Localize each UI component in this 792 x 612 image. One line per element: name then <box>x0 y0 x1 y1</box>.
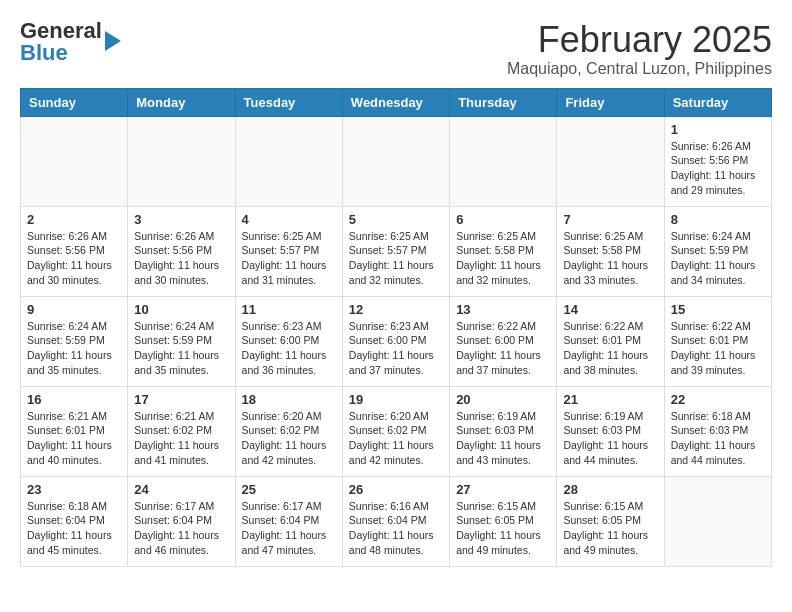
page-header: General Blue February 2025 Maquiapo, Cen… <box>20 20 772 78</box>
day-number: 8 <box>671 212 765 227</box>
day-number: 26 <box>349 482 443 497</box>
day-info: Sunrise: 6:21 AM Sunset: 6:01 PM Dayligh… <box>27 409 121 468</box>
day-number: 12 <box>349 302 443 317</box>
day-info: Sunrise: 6:22 AM Sunset: 6:01 PM Dayligh… <box>671 319 765 378</box>
title-block: February 2025 Maquiapo, Central Luzon, P… <box>507 20 772 78</box>
calendar-day-cell: 21Sunrise: 6:19 AM Sunset: 6:03 PM Dayli… <box>557 386 664 476</box>
day-number: 15 <box>671 302 765 317</box>
calendar-day-cell: 11Sunrise: 6:23 AM Sunset: 6:00 PM Dayli… <box>235 296 342 386</box>
day-info: Sunrise: 6:21 AM Sunset: 6:02 PM Dayligh… <box>134 409 228 468</box>
calendar-day-cell: 13Sunrise: 6:22 AM Sunset: 6:00 PM Dayli… <box>450 296 557 386</box>
calendar-day-cell: 14Sunrise: 6:22 AM Sunset: 6:01 PM Dayli… <box>557 296 664 386</box>
calendar-day-cell: 4Sunrise: 6:25 AM Sunset: 5:57 PM Daylig… <box>235 206 342 296</box>
day-info: Sunrise: 6:23 AM Sunset: 6:00 PM Dayligh… <box>349 319 443 378</box>
logo-arrow-icon <box>105 31 121 51</box>
day-info: Sunrise: 6:25 AM Sunset: 5:57 PM Dayligh… <box>242 229 336 288</box>
day-info: Sunrise: 6:16 AM Sunset: 6:04 PM Dayligh… <box>349 499 443 558</box>
day-number: 19 <box>349 392 443 407</box>
calendar-week-row: 23Sunrise: 6:18 AM Sunset: 6:04 PM Dayli… <box>21 476 772 566</box>
day-number: 28 <box>563 482 657 497</box>
day-number: 4 <box>242 212 336 227</box>
calendar-week-row: 9Sunrise: 6:24 AM Sunset: 5:59 PM Daylig… <box>21 296 772 386</box>
day-info: Sunrise: 6:17 AM Sunset: 6:04 PM Dayligh… <box>242 499 336 558</box>
calendar-day-cell: 1Sunrise: 6:26 AM Sunset: 5:56 PM Daylig… <box>664 116 771 206</box>
day-number: 5 <box>349 212 443 227</box>
day-number: 27 <box>456 482 550 497</box>
calendar-day-cell: 6Sunrise: 6:25 AM Sunset: 5:58 PM Daylig… <box>450 206 557 296</box>
day-number: 7 <box>563 212 657 227</box>
day-info: Sunrise: 6:17 AM Sunset: 6:04 PM Dayligh… <box>134 499 228 558</box>
day-info: Sunrise: 6:22 AM Sunset: 6:00 PM Dayligh… <box>456 319 550 378</box>
calendar-week-row: 1Sunrise: 6:26 AM Sunset: 5:56 PM Daylig… <box>21 116 772 206</box>
calendar-day-cell: 26Sunrise: 6:16 AM Sunset: 6:04 PM Dayli… <box>342 476 449 566</box>
weekday-header: Sunday <box>21 88 128 116</box>
weekday-header: Tuesday <box>235 88 342 116</box>
calendar-day-cell: 7Sunrise: 6:25 AM Sunset: 5:58 PM Daylig… <box>557 206 664 296</box>
day-info: Sunrise: 6:23 AM Sunset: 6:00 PM Dayligh… <box>242 319 336 378</box>
calendar-table: SundayMondayTuesdayWednesdayThursdayFrid… <box>20 88 772 567</box>
day-number: 23 <box>27 482 121 497</box>
calendar-day-cell <box>235 116 342 206</box>
day-number: 1 <box>671 122 765 137</box>
calendar-week-row: 2Sunrise: 6:26 AM Sunset: 5:56 PM Daylig… <box>21 206 772 296</box>
calendar-day-cell: 23Sunrise: 6:18 AM Sunset: 6:04 PM Dayli… <box>21 476 128 566</box>
calendar-day-cell <box>557 116 664 206</box>
day-info: Sunrise: 6:25 AM Sunset: 5:57 PM Dayligh… <box>349 229 443 288</box>
calendar-day-cell: 12Sunrise: 6:23 AM Sunset: 6:00 PM Dayli… <box>342 296 449 386</box>
calendar-day-cell <box>450 116 557 206</box>
calendar-week-row: 16Sunrise: 6:21 AM Sunset: 6:01 PM Dayli… <box>21 386 772 476</box>
calendar-day-cell: 28Sunrise: 6:15 AM Sunset: 6:05 PM Dayli… <box>557 476 664 566</box>
day-info: Sunrise: 6:26 AM Sunset: 5:56 PM Dayligh… <box>134 229 228 288</box>
calendar-day-cell: 19Sunrise: 6:20 AM Sunset: 6:02 PM Dayli… <box>342 386 449 476</box>
calendar-day-cell: 9Sunrise: 6:24 AM Sunset: 5:59 PM Daylig… <box>21 296 128 386</box>
day-info: Sunrise: 6:20 AM Sunset: 6:02 PM Dayligh… <box>242 409 336 468</box>
day-info: Sunrise: 6:15 AM Sunset: 6:05 PM Dayligh… <box>563 499 657 558</box>
calendar-day-cell: 20Sunrise: 6:19 AM Sunset: 6:03 PM Dayli… <box>450 386 557 476</box>
weekday-header: Saturday <box>664 88 771 116</box>
weekday-header: Thursday <box>450 88 557 116</box>
day-info: Sunrise: 6:22 AM Sunset: 6:01 PM Dayligh… <box>563 319 657 378</box>
calendar-day-cell <box>21 116 128 206</box>
day-number: 25 <box>242 482 336 497</box>
day-info: Sunrise: 6:20 AM Sunset: 6:02 PM Dayligh… <box>349 409 443 468</box>
calendar-day-cell: 25Sunrise: 6:17 AM Sunset: 6:04 PM Dayli… <box>235 476 342 566</box>
month-title: February 2025 <box>507 20 772 60</box>
weekday-header: Wednesday <box>342 88 449 116</box>
calendar-day-cell: 17Sunrise: 6:21 AM Sunset: 6:02 PM Dayli… <box>128 386 235 476</box>
day-number: 14 <box>563 302 657 317</box>
day-info: Sunrise: 6:18 AM Sunset: 6:04 PM Dayligh… <box>27 499 121 558</box>
day-info: Sunrise: 6:18 AM Sunset: 6:03 PM Dayligh… <box>671 409 765 468</box>
calendar-day-cell: 22Sunrise: 6:18 AM Sunset: 6:03 PM Dayli… <box>664 386 771 476</box>
day-number: 22 <box>671 392 765 407</box>
day-number: 6 <box>456 212 550 227</box>
day-number: 10 <box>134 302 228 317</box>
day-info: Sunrise: 6:26 AM Sunset: 5:56 PM Dayligh… <box>671 139 765 198</box>
day-number: 20 <box>456 392 550 407</box>
day-info: Sunrise: 6:26 AM Sunset: 5:56 PM Dayligh… <box>27 229 121 288</box>
day-info: Sunrise: 6:24 AM Sunset: 5:59 PM Dayligh… <box>134 319 228 378</box>
weekday-header: Friday <box>557 88 664 116</box>
day-info: Sunrise: 6:19 AM Sunset: 6:03 PM Dayligh… <box>563 409 657 468</box>
calendar-day-cell: 8Sunrise: 6:24 AM Sunset: 5:59 PM Daylig… <box>664 206 771 296</box>
location: Maquiapo, Central Luzon, Philippines <box>507 60 772 78</box>
day-number: 2 <box>27 212 121 227</box>
day-number: 17 <box>134 392 228 407</box>
calendar-day-cell: 10Sunrise: 6:24 AM Sunset: 5:59 PM Dayli… <box>128 296 235 386</box>
day-number: 24 <box>134 482 228 497</box>
calendar-day-cell: 27Sunrise: 6:15 AM Sunset: 6:05 PM Dayli… <box>450 476 557 566</box>
day-info: Sunrise: 6:25 AM Sunset: 5:58 PM Dayligh… <box>456 229 550 288</box>
day-info: Sunrise: 6:19 AM Sunset: 6:03 PM Dayligh… <box>456 409 550 468</box>
calendar-day-cell <box>128 116 235 206</box>
day-number: 16 <box>27 392 121 407</box>
calendar-day-cell <box>342 116 449 206</box>
calendar-day-cell: 3Sunrise: 6:26 AM Sunset: 5:56 PM Daylig… <box>128 206 235 296</box>
day-number: 3 <box>134 212 228 227</box>
day-number: 13 <box>456 302 550 317</box>
logo: General Blue <box>20 20 121 64</box>
day-info: Sunrise: 6:15 AM Sunset: 6:05 PM Dayligh… <box>456 499 550 558</box>
calendar-day-cell: 2Sunrise: 6:26 AM Sunset: 5:56 PM Daylig… <box>21 206 128 296</box>
logo-blue: Blue <box>20 42 102 64</box>
calendar-day-cell: 15Sunrise: 6:22 AM Sunset: 6:01 PM Dayli… <box>664 296 771 386</box>
day-number: 18 <box>242 392 336 407</box>
calendar-day-cell: 16Sunrise: 6:21 AM Sunset: 6:01 PM Dayli… <box>21 386 128 476</box>
